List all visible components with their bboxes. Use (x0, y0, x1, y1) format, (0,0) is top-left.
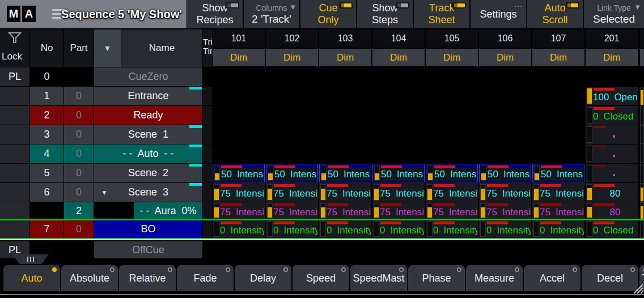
fixture-column-id-106[interactable]: 106 (479, 29, 531, 48)
encoder-tab-phase[interactable]: Phase (408, 265, 465, 291)
part-number-cell[interactable] (64, 241, 94, 258)
column-header-no[interactable]: No (30, 29, 63, 67)
toolbar-button-auto-scroll[interactable]: AutoScroll (527, 0, 583, 28)
part-number-cell[interactable]: 0 (64, 87, 94, 105)
lock-cell[interactable] (0, 106, 29, 125)
lock-cell[interactable] (0, 144, 29, 163)
toolbar-button-show-steps[interactable]: ShowSteps (357, 0, 413, 28)
column-header-part[interactable]: Part (64, 29, 94, 67)
value-cell-101[interactable]: 75Intensity (213, 183, 265, 202)
lock-cell[interactable] (0, 87, 29, 105)
column-header-lock[interactable]: Lock (0, 29, 29, 67)
lock-cell[interactable] (0, 125, 29, 144)
value-cell-105[interactable]: 0Intensity (426, 220, 478, 238)
value-cell-101[interactable]: 0Intensity (213, 220, 265, 238)
part-number-cell[interactable]: 0 (64, 144, 94, 163)
cue-number-cell[interactable]: 1 (30, 87, 63, 105)
value-cell-104[interactable]: 75Intensity (372, 202, 425, 219)
column-header-trigtime[interactable]: Trig Time (203, 29, 212, 67)
value-cell-103[interactable]: 0Intensity (319, 220, 371, 238)
expand-icon[interactable]: ▼ (101, 189, 108, 197)
trigtime-cell[interactable] (203, 125, 212, 144)
toolbar-button-link-type[interactable]: Link TypeSelected▼ (584, 0, 644, 28)
fixture-column-attribute-102[interactable]: Dim (266, 49, 318, 66)
fixture-column-id-102[interactable]: 102 (266, 29, 318, 48)
cue-number-cell[interactable]: 5 (30, 164, 63, 182)
value-cell-201[interactable]: 0Closed (586, 106, 638, 125)
trigtime-cell[interactable] (203, 87, 212, 105)
encoder-tab-fade[interactable]: Fade (177, 265, 234, 291)
toolbar-button-settings[interactable]: Settings... (471, 0, 526, 28)
part-number-cell[interactable]: 0 (64, 220, 94, 238)
cue-number-cell[interactable]: 6 (30, 183, 63, 202)
trigtime-cell[interactable] (203, 220, 212, 238)
fixture-column-id-101[interactable]: 101 (213, 29, 265, 48)
value-cell-106[interactable]: 50Intensity (479, 164, 531, 182)
fixture-column-attribute-107[interactable]: Dim (532, 49, 584, 66)
value-cell-106[interactable]: 75Intensity (479, 183, 531, 202)
trigtime-cell[interactable] (203, 183, 212, 202)
cue-name-cell[interactable]: Scene 3▼ (94, 183, 202, 202)
value-cell-201[interactable] (586, 164, 638, 182)
value-cell-101[interactable]: 50Intensity (213, 164, 265, 182)
cue-number-cell[interactable]: 4 (30, 144, 63, 163)
cue-number-cell[interactable]: 2 (30, 106, 63, 125)
fixture-column-id-201[interactable]: 201 (586, 29, 638, 48)
value-cell-201[interactable]: 80 (586, 202, 638, 219)
value-cell-104[interactable]: 50Intensity (372, 164, 425, 182)
value-cell-201[interactable] (586, 125, 638, 144)
window-drag-handle[interactable] (12, 254, 49, 264)
encoder-tab-delay[interactable]: Delay (235, 265, 291, 291)
cue-name-cell[interactable]: Scene 1 (94, 125, 202, 144)
value-cell-103[interactable]: 75Intensity (319, 183, 371, 202)
encoder-tab-relative[interactable]: Relative (119, 265, 176, 291)
value-cell-107[interactable]: 50Intensity (532, 164, 584, 182)
fixture-column-attribute-106[interactable]: Dim (479, 49, 531, 66)
fixture-column-id-103[interactable]: 103 (319, 29, 371, 48)
value-cell-104[interactable]: 75Intensity (372, 183, 425, 202)
part-number-cell[interactable]: 2 (64, 202, 94, 219)
fixture-column-attribute-104[interactable]: Dim (372, 49, 425, 66)
cue-name-cell[interactable]: BO (94, 220, 202, 238)
encoder-tab-decel[interactable]: Decel (582, 265, 638, 291)
value-cell-107[interactable]: 75Intensity (532, 202, 584, 219)
value-cell-106[interactable]: 0Intensity (479, 220, 531, 238)
value-cell-101[interactable]: 75Intensity (213, 202, 265, 219)
value-cell-201[interactable]: 0Closed (586, 220, 638, 238)
cue-number-cell[interactable] (30, 202, 63, 219)
cue-name-cell[interactable]: - - Auto - - (94, 144, 202, 163)
encoder-tab-measure[interactable]: Measure (466, 265, 523, 291)
value-cell-103[interactable]: 50Intensity (319, 164, 371, 182)
value-cell-102[interactable]: 75Intensity (266, 183, 318, 202)
value-cell-201[interactable]: 100Open (586, 87, 638, 105)
value-cell-102[interactable]: 75Intensity (266, 202, 318, 219)
part-number-cell[interactable]: 0 (64, 125, 94, 144)
column-header-name[interactable]: Name (121, 29, 202, 67)
lock-cell[interactable]: PL (0, 67, 29, 86)
fixture-column-attribute-201[interactable]: Dim (586, 49, 638, 66)
cue-name-cell[interactable]: Ready (94, 106, 202, 125)
part-number-cell[interactable]: 0 (64, 106, 94, 125)
cue-name-cell[interactable]: Entrance (94, 87, 202, 105)
toolbar-button-show-recipes[interactable]: ShowRecipes (187, 0, 243, 28)
resize-grip-icon[interactable] (632, 282, 643, 295)
cue-name-cell[interactable]: - - Aura 0% (94, 202, 202, 219)
cue-number-cell[interactable]: 3 (30, 125, 63, 144)
sort-column-header[interactable]: ▼ (94, 29, 121, 67)
lock-cell[interactable] (0, 164, 29, 182)
window-title[interactable]: Sequence 5 'My Show' (57, 0, 187, 28)
cue-name-cell[interactable]: OffCue (94, 241, 202, 258)
cue-name-cell[interactable]: CueZero (94, 67, 202, 86)
value-cell-201[interactable]: 80 (586, 183, 638, 202)
value-cell-105[interactable]: 50Intensity (426, 164, 478, 182)
trigtime-cell[interactable] (203, 106, 212, 125)
cue-number-cell[interactable]: 0 (30, 67, 63, 86)
fixture-column-id-107[interactable]: 107 (532, 29, 584, 48)
fixture-column-attribute-105[interactable]: Dim (426, 49, 478, 66)
lock-cell[interactable] (0, 183, 29, 202)
fixture-column-attribute-101[interactable]: Dim (213, 49, 265, 66)
part-number-cell[interactable]: 0 (64, 164, 94, 182)
value-cell-106[interactable]: 75Intensity (479, 202, 531, 219)
fixture-column-attribute-103[interactable]: Dim (319, 49, 371, 66)
toolbar-button-track-sheet[interactable]: TrackSheet (414, 0, 469, 28)
